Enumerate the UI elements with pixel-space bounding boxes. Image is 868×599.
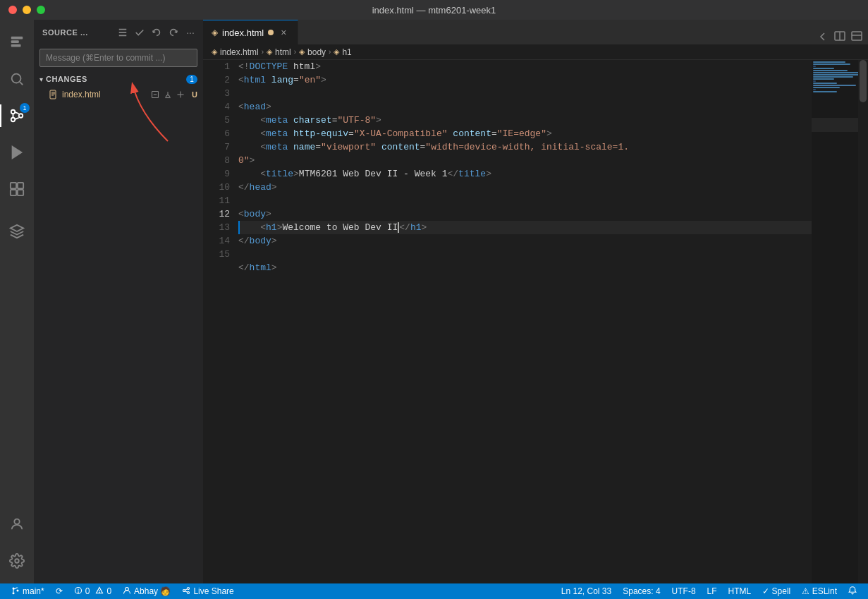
discard-changes-button[interactable]	[162, 89, 173, 100]
live-share-label: Live Share	[193, 586, 233, 596]
svg-point-6	[11, 118, 16, 122]
svg-rect-16	[119, 32, 127, 33]
code-content[interactable]: <!DOCTYPE html> <html lang="en"> <head> …	[238, 60, 812, 583]
line-num-7: 7	[224, 140, 230, 154]
split-editor-button[interactable]	[834, 30, 845, 44]
undo-button[interactable]	[149, 25, 164, 40]
status-errors[interactable]: 0 0	[68, 583, 117, 599]
status-live-share[interactable]: Live Share	[176, 583, 239, 599]
source-control-badge: 1	[20, 103, 30, 113]
line-num-11: 11	[219, 194, 230, 207]
spaces-text: Spaces: 4	[623, 586, 660, 596]
main-layout: 1 SOURCE ...	[0, 20, 868, 583]
svg-point-38	[126, 587, 129, 591]
scrollbar-thumb[interactable]	[860, 60, 867, 102]
status-position[interactable]: Ln 12, Col 33	[556, 583, 617, 599]
list-tree-button[interactable]	[116, 25, 130, 40]
layout-button[interactable]	[851, 30, 862, 44]
tab-modified-indicator	[268, 30, 274, 35]
close-icon[interactable]: ×	[278, 27, 289, 38]
h1-breadcrumb-icon: ◈	[334, 47, 339, 56]
svg-rect-17	[119, 35, 127, 36]
svg-rect-10	[18, 183, 23, 188]
breadcrumb-sep-1: ›	[262, 48, 264, 56]
code-line-8: <title>MTM6201 Web Dev II - Week 1</titl…	[238, 167, 812, 181]
status-eslint[interactable]: ⚠ ESLint	[796, 583, 843, 599]
error-count: 0	[85, 586, 90, 596]
git-branch-icon	[11, 586, 20, 597]
changes-header[interactable]: ▾ Changes 1	[34, 71, 203, 87]
code-line-13: </body>	[238, 234, 812, 248]
tab-file-icon: ◈	[212, 28, 218, 37]
status-user[interactable]: Abhay 🧑	[117, 583, 176, 599]
status-notifications[interactable]	[843, 583, 862, 599]
line-num-2: 2	[224, 73, 230, 87]
commit-message-input[interactable]	[39, 49, 197, 67]
more-actions-button[interactable]: ···	[183, 25, 197, 40]
svg-rect-28	[852, 32, 862, 40]
activity-item-remote-explorer[interactable]	[0, 214, 34, 248]
activity-item-settings[interactable]	[0, 544, 34, 578]
activity-item-run[interactable]	[0, 135, 34, 169]
activity-item-extensions[interactable]	[0, 172, 34, 206]
redo-button[interactable]	[166, 25, 181, 40]
breadcrumb-item-h1[interactable]: ◈ h1	[334, 47, 351, 57]
file-status-badge: U	[192, 90, 197, 99]
svg-point-14	[15, 559, 19, 563]
status-line-ending[interactable]: LF	[702, 583, 723, 599]
svg-point-35	[78, 591, 78, 592]
line-numbers: 1 2 3 4 5 6 7 8 9 10 11 12 13 14 15	[203, 60, 238, 583]
spell-text: ✓ Spell	[762, 586, 790, 596]
warning-count: 0	[106, 586, 111, 596]
breadcrumb-item-html[interactable]: ◈ html	[267, 47, 291, 57]
code-editor[interactable]: 1 2 3 4 5 6 7 8 9 10 11 12 13 14 15 <!DO…	[203, 60, 868, 583]
file-icon	[48, 89, 59, 100]
open-file-button[interactable]	[149, 89, 161, 100]
line-num-9: 9	[224, 167, 230, 181]
activity-item-explorer[interactable]	[0, 25, 34, 59]
svg-point-40	[183, 589, 185, 591]
file-item-index-html[interactable]: index.html U	[34, 87, 203, 102]
svg-rect-9	[11, 183, 16, 188]
code-line-7b: 0">	[238, 154, 812, 167]
breadcrumb-item-file[interactable]: ◈ index.html	[212, 47, 259, 57]
line-num-8: 8	[224, 154, 230, 167]
activity-item-search[interactable]	[0, 62, 34, 96]
minimize-button[interactable]	[23, 6, 31, 14]
status-spell[interactable]: ✓ Spell	[757, 583, 796, 599]
changes-section: ▾ Changes 1 index.html	[34, 71, 203, 102]
status-branch[interactable]: main*	[6, 583, 50, 599]
code-line-4: <head>	[238, 100, 812, 114]
svg-point-39	[188, 587, 190, 589]
editor-toolbar-right	[817, 30, 868, 44]
commit-check-button[interactable]	[133, 25, 147, 40]
svg-marker-8	[13, 147, 22, 159]
changes-count-badge: 1	[186, 75, 197, 84]
svg-point-3	[12, 74, 21, 83]
minimap-line	[813, 89, 816, 90]
svg-point-37	[99, 592, 100, 593]
status-sync[interactable]: ⟳	[50, 583, 68, 599]
activity-item-account[interactable]	[0, 507, 34, 541]
scrollbar-track[interactable]	[858, 60, 868, 583]
line-num-12: 12	[219, 207, 230, 221]
close-button[interactable]	[8, 6, 17, 14]
breadcrumb-sep-2: ›	[294, 48, 296, 56]
activity-item-source-control[interactable]: 1	[0, 99, 34, 133]
stage-changes-button[interactable]	[175, 89, 186, 100]
status-encoding[interactable]: UTF-8	[666, 583, 702, 599]
breadcrumb-html: html	[275, 47, 291, 57]
svg-rect-15	[119, 28, 127, 30]
code-line-11: <body>	[238, 207, 812, 221]
breadcrumb-item-body[interactable]: ◈ body	[299, 47, 326, 57]
navigate-back-button[interactable]	[817, 31, 829, 44]
sidebar-header: SOURCE ... ···	[34, 20, 203, 44]
status-bar: main* ⟳ 0 0 Abhay 🧑 Live Share Ln 12, Co…	[0, 583, 868, 599]
minimap-line	[813, 72, 861, 73]
status-language[interactable]: HTML	[723, 583, 757, 599]
tab-index-html[interactable]: ◈ index.html ×	[203, 20, 298, 44]
svg-point-41	[188, 591, 190, 593]
maximize-button[interactable]	[37, 6, 45, 14]
status-spaces[interactable]: Spaces: 4	[617, 583, 666, 599]
minimap-line	[813, 63, 850, 65]
